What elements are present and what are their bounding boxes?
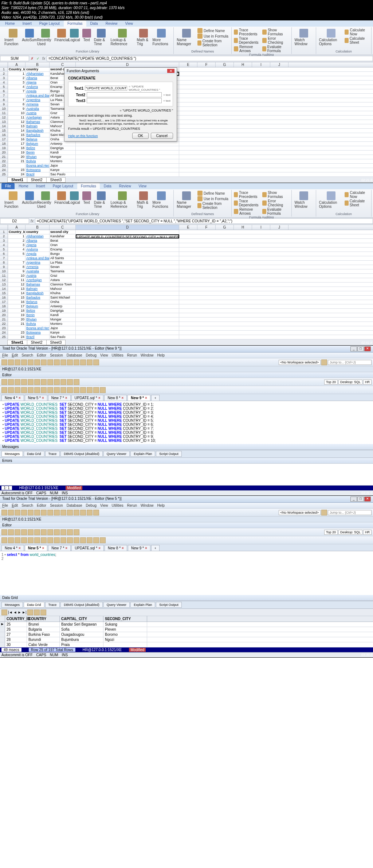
calculation-options-button[interactable]: Calculation Options	[318, 28, 344, 47]
enter-formula-icon[interactable]: ✓	[35, 57, 41, 61]
cancel-button[interactable]: Cancel	[151, 133, 173, 139]
header-cell[interactable]: Country_Id	[8, 67, 25, 71]
output-tab-script[interactable]: Script Output	[156, 451, 182, 457]
define-name-button[interactable]: Define Name	[197, 28, 229, 33]
sql-editor[interactable]: 1 • select * from world_countries; 2	[0, 551, 373, 595]
editor-tab[interactable]: New 4 *×	[1, 395, 24, 401]
recently-used-button[interactable]: Recently Used	[36, 28, 55, 47]
menu-utilities[interactable]: Utilities	[112, 353, 123, 357]
text-button[interactable]: Text	[81, 28, 93, 43]
show-formulas-button[interactable]: Show Formulas	[262, 28, 289, 36]
sheet-tab-2[interactable]: Sheet2	[27, 177, 47, 183]
trace-dependents-button[interactable]: Trace Dependents	[234, 36, 262, 44]
tab-insert[interactable]: Insert	[19, 20, 35, 27]
output-tab-trace[interactable]: Trace	[45, 451, 60, 457]
tab-review[interactable]: Review	[102, 20, 121, 27]
data-grid[interactable]: COUNTRY_ID COUNTRY CAPITAL_CITY SECOND_C…	[0, 616, 373, 647]
menu-debug[interactable]: Debug	[86, 353, 97, 357]
fx-icon[interactable]: fx	[41, 57, 47, 61]
output-tab-data-grid[interactable]: Data Grid	[24, 451, 44, 457]
help-link[interactable]: Help on this function	[68, 134, 98, 138]
dialog-close-icon[interactable]: ✕	[167, 69, 174, 73]
table-row[interactable]: ►25BruneiBandar Seri BegawanSukang	[0, 622, 373, 627]
add-tab-button[interactable]: +	[151, 395, 160, 401]
toolbar-icon[interactable]	[1, 359, 7, 365]
financial-button[interactable]: Financial	[56, 28, 68, 43]
close-button[interactable]: ✕	[364, 346, 371, 351]
minimize-button[interactable]: _	[350, 346, 357, 351]
evaluate-formula-button[interactable]: Evaluate Formula	[262, 45, 289, 53]
insert-function-button[interactable]: Insert Function	[4, 28, 23, 47]
autosum-button[interactable]: AutoSum	[23, 28, 36, 43]
tab-view[interactable]: View	[121, 20, 137, 27]
sql-editor[interactable]: • UPDATE WORLD_COUNTRIES SET SECOND_CITY…	[0, 401, 373, 444]
tab-data[interactable]: Data	[87, 20, 102, 27]
workspace-combo[interactable]: <No Workspace selected>	[279, 360, 321, 365]
toad-panel-1: Toad for Oracle Trial Version - [HR@127.…	[0, 346, 373, 496]
desktop-combo[interactable]: Desktop: SQL	[338, 379, 362, 385]
text1-input[interactable]	[85, 86, 127, 91]
output-tab-explain[interactable]: Explain Plan	[130, 451, 155, 457]
logical-button[interactable]: Logical	[68, 28, 80, 43]
create-from-selection-button[interactable]: Create from Selection	[197, 39, 229, 47]
menu-search[interactable]: Search	[21, 353, 33, 357]
menu-help[interactable]: Help	[157, 353, 165, 357]
jump-to-input[interactable]	[328, 360, 372, 365]
header-cell[interactable]: country	[25, 67, 50, 71]
formula-bar[interactable]: =CONCATENATE("UPDATE WORLD_COUNTRIES ")	[47, 56, 373, 61]
text2-input[interactable]	[87, 92, 162, 97]
ok-button[interactable]: OK	[132, 133, 148, 139]
table-row[interactable]: 26BulgariaSofiaPleven	[0, 627, 373, 632]
watch-window-button[interactable]: Watch Window	[294, 28, 314, 47]
minimize-button[interactable]: _	[350, 497, 357, 502]
sheet-tab-3[interactable]: Sheet3	[46, 177, 66, 183]
output-tab-query-viewer[interactable]: Query Viewer	[103, 451, 130, 457]
menu-session[interactable]: Session	[50, 353, 63, 357]
use-in-formula-button[interactable]: Use in Formula	[197, 34, 229, 39]
math-trig-button[interactable]: Math & Trig	[136, 28, 151, 47]
worksheet[interactable]: 1 Country_Id country second city 21Afgha…	[0, 67, 373, 177]
tab-home[interactable]: Home	[1, 20, 19, 27]
calculate-sheet-button[interactable]: Calculate Sheet	[345, 36, 369, 44]
name-box[interactable]: SUM	[0, 56, 29, 61]
table-row[interactable]: 27Burkina FasoOuagadougouBoromo	[0, 632, 373, 637]
connection-bar[interactable]: HR@127.0.0.1:1521/XE	[0, 366, 373, 372]
date-time-button[interactable]: Date & Time	[93, 28, 109, 47]
calculate-now-button[interactable]: Calculate Now	[345, 28, 369, 36]
cancel-formula-icon[interactable]: ✗	[29, 57, 35, 61]
table-row[interactable]: 28BurundiBujumburaNgozi	[0, 637, 373, 642]
output-tab-dbms[interactable]: DBMS Output (disabled)	[60, 451, 103, 457]
maximize-button[interactable]: □	[357, 346, 364, 351]
formula-bar[interactable]: =CONCATENATE("UPDATE WORLD_COUNTRIES ","…	[35, 218, 373, 224]
menu-rerun[interactable]: Rerun	[127, 353, 137, 357]
table-row[interactable]: 30Cabo VerdePraia	[0, 642, 373, 647]
maximize-button[interactable]: □	[357, 497, 364, 502]
menu-file[interactable]: File	[2, 353, 8, 357]
name-manager-button[interactable]: Name Manager	[176, 28, 197, 47]
menu-database[interactable]: Database	[67, 353, 82, 357]
sheet-tab-1[interactable]: Sheet1	[7, 177, 27, 183]
more-functions-button[interactable]: More Functions	[152, 28, 171, 47]
menu-view[interactable]: View	[100, 353, 108, 357]
lookup-reference-button[interactable]: Lookup & Reference	[110, 28, 136, 47]
fx-icon[interactable]: fx	[29, 219, 35, 223]
menu-edit[interactable]: Edit	[12, 353, 18, 357]
top-combo[interactable]: Top 20	[324, 379, 338, 385]
add-tab-button[interactable]: +	[151, 545, 160, 551]
user-combo[interactable]: HR	[363, 379, 372, 385]
name-box[interactable]: D2	[0, 218, 29, 224]
trace-precedents-button[interactable]: Trace Precedents	[234, 28, 262, 36]
tab-close-icon[interactable]: ×	[19, 396, 21, 400]
tab-formulas[interactable]: Formulas	[64, 20, 86, 27]
remove-arrows-button[interactable]: Remove Arrows	[234, 45, 262, 53]
text3-input[interactable]	[87, 98, 162, 103]
tab-page-layout[interactable]: Page Layout	[36, 20, 63, 27]
close-button[interactable]: ✕	[364, 497, 371, 502]
editor-label: Editor	[0, 372, 373, 378]
output-tab-messages[interactable]: Messages	[1, 451, 23, 457]
menu-editor[interactable]: Editor	[37, 353, 46, 357]
error-checking-button[interactable]: Error Checking	[262, 36, 289, 44]
menu-window[interactable]: Window	[141, 353, 154, 357]
tab-file[interactable]: File	[1, 183, 15, 189]
timestamp: 02:21.9	[361, 178, 372, 182]
